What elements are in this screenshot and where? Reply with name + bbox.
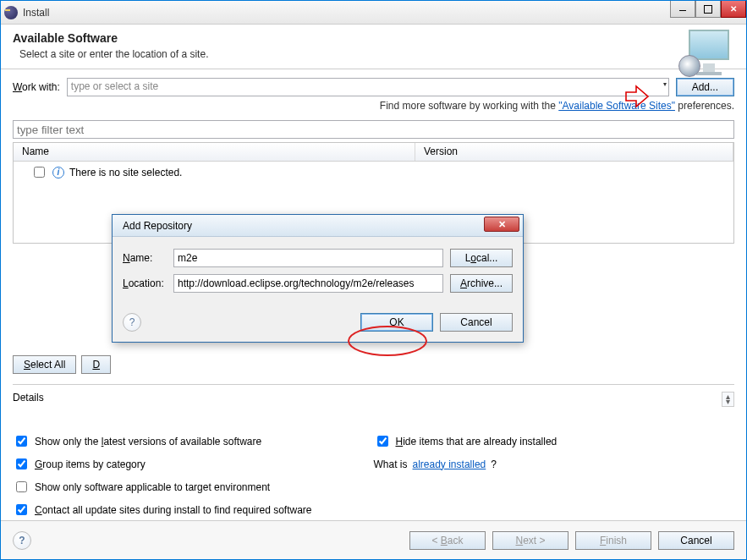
- add-repository-dialog: Add Repository ✕ Name: Local... Location…: [112, 214, 524, 343]
- ok-button[interactable]: OK: [360, 313, 433, 332]
- filter-input[interactable]: [13, 120, 734, 139]
- table-row: i There is no site selected.: [14, 162, 733, 183]
- name-input[interactable]: [173, 249, 443, 267]
- already-installed-link[interactable]: already installed: [413, 458, 486, 470]
- show-latest-checkbox[interactable]: [16, 436, 27, 447]
- cancel-button[interactable]: Cancel: [658, 531, 734, 550]
- local-button[interactable]: Local...: [450, 249, 513, 267]
- hint-text: Find more software by working with the "…: [13, 100, 734, 112]
- opt-hide-installed[interactable]: Hide items that are already installed: [374, 433, 735, 449]
- banner-subtitle: Select a site or enter the location of a…: [19, 48, 734, 60]
- empty-message: There is no site selected.: [69, 167, 182, 178]
- contact-sites-checkbox[interactable]: [16, 504, 27, 515]
- name-label: Name:: [123, 252, 173, 264]
- location-label: Location:: [123, 277, 173, 289]
- window-title: Install: [23, 7, 49, 19]
- available-sites-link[interactable]: "Available Software Sites": [558, 100, 675, 112]
- modal-titlebar: Add Repository ✕: [113, 215, 523, 237]
- group-category-checkbox[interactable]: [16, 458, 27, 469]
- work-with-combo[interactable]: type or select a site ▾: [67, 78, 669, 96]
- next-button[interactable]: Next >: [492, 531, 568, 550]
- location-input[interactable]: [173, 274, 443, 293]
- opt-show-latest[interactable]: Show only the latest versions of availab…: [13, 433, 374, 449]
- opt-contact-sites[interactable]: Contact all update sites during install …: [13, 502, 734, 518]
- modal-close-button[interactable]: ✕: [484, 217, 519, 232]
- eclipse-icon: [4, 6, 18, 19]
- add-button[interactable]: Add...: [676, 78, 734, 96]
- modal-cancel-button[interactable]: Cancel: [440, 313, 513, 332]
- back-button[interactable]: < Back: [409, 531, 486, 550]
- info-icon: i: [52, 167, 64, 178]
- finish-button[interactable]: Finish: [575, 531, 651, 550]
- wizard-banner: Available Software Select a site or ente…: [1, 25, 746, 69]
- table-header: Name Version: [14, 143, 733, 162]
- close-button[interactable]: [721, 1, 746, 18]
- details-toggle-icon[interactable]: ▴▾: [722, 392, 734, 407]
- window-controls: [670, 1, 746, 18]
- opt-group-category[interactable]: Group items by category: [13, 456, 374, 472]
- select-all-button[interactable]: Select All: [13, 355, 76, 374]
- archive-button[interactable]: Archive...: [450, 274, 513, 293]
- deselect-all-button[interactable]: D: [81, 355, 111, 374]
- work-with-placeholder: type or select a site: [71, 80, 158, 92]
- wizard-footer: ? < Back Next > Finish Cancel: [1, 520, 746, 559]
- details-section: Details ▴▾: [13, 384, 734, 404]
- opt-applicable-target[interactable]: Show only software applicable to target …: [13, 479, 374, 495]
- options-grid: Show only the latest versions of availab…: [13, 433, 734, 518]
- applicable-target-checkbox[interactable]: [16, 481, 27, 492]
- hide-installed-checkbox[interactable]: [377, 436, 388, 447]
- window-titlebar: Install: [1, 1, 746, 25]
- maximize-button[interactable]: [695, 1, 721, 18]
- modal-title: Add Repository: [123, 220, 192, 232]
- help-icon[interactable]: ?: [13, 531, 31, 550]
- minimize-button[interactable]: [670, 1, 695, 18]
- column-name[interactable]: Name: [14, 143, 415, 161]
- modal-help-icon[interactable]: ?: [123, 313, 141, 332]
- details-label: Details: [13, 392, 44, 404]
- row-checkbox[interactable]: [34, 167, 45, 178]
- dropdown-arrow-icon[interactable]: ▾: [663, 80, 667, 88]
- work-with-label: Work with:: [13, 81, 60, 93]
- what-is-installed: What is already installed ?: [374, 456, 735, 472]
- column-version[interactable]: Version: [415, 143, 733, 161]
- banner-heading: Available Software: [13, 31, 734, 45]
